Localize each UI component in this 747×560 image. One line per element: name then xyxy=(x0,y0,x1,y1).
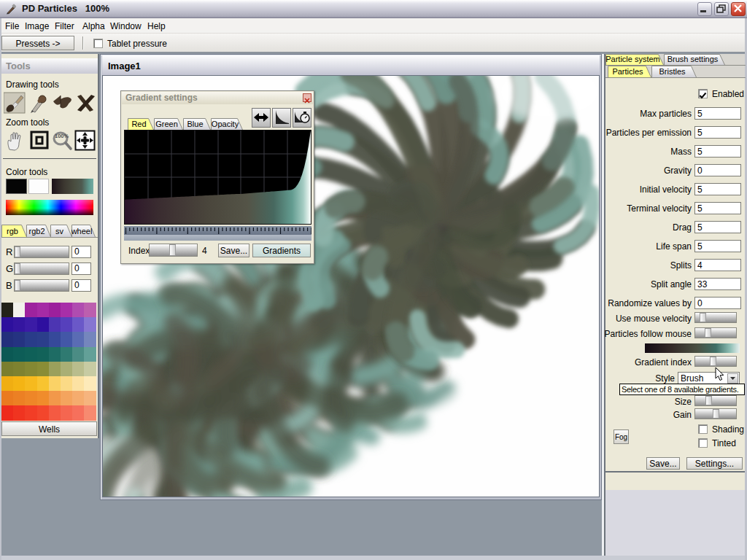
svg-text:Blue: Blue xyxy=(187,120,203,128)
svg-text:100%: 100% xyxy=(55,133,69,139)
svg-text:sv: sv xyxy=(55,227,64,236)
svg-text:Opacity: Opacity xyxy=(212,120,239,128)
svg-text:Red: Red xyxy=(131,120,146,128)
svg-text:wheel: wheel xyxy=(71,227,92,236)
svg-text:Brush settings: Brush settings xyxy=(667,55,719,63)
svg-text:rgb2: rgb2 xyxy=(28,227,44,236)
svg-text:Green: Green xyxy=(155,120,178,128)
svg-text:rgb: rgb xyxy=(7,227,18,236)
svg-text:Particles: Particles xyxy=(612,67,643,76)
svg-text:Bristles: Bristles xyxy=(659,67,686,76)
svg-text:Particle system: Particle system xyxy=(605,55,660,63)
